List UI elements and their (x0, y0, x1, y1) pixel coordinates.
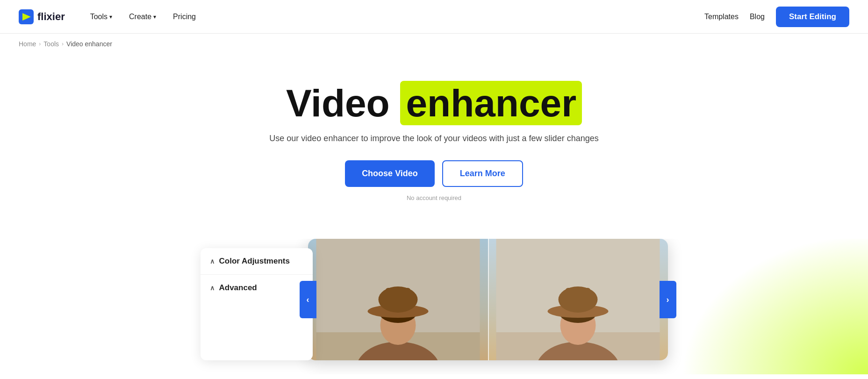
nav-tools[interactable]: Tools ▾ (84, 9, 119, 25)
hero-title: Video enhancer (19, 82, 849, 124)
nav-pricing[interactable]: Pricing (166, 9, 202, 25)
color-adjustments-label: Color Adjustments (219, 257, 290, 266)
nav-right: Templates Blog Start Editing (704, 7, 849, 27)
chevron-down-icon: ▾ (153, 14, 156, 20)
logo-icon (19, 9, 34, 24)
hero-title-part1: Video (286, 82, 401, 124)
logo-text: flixier (37, 11, 65, 23)
video-arrow-right[interactable]: › (660, 281, 676, 318)
breadcrumb-sep-1: › (39, 41, 41, 47)
hero-subtitle: Use our video enhancer to improve the lo… (19, 134, 849, 143)
arrow-left-icon: ‹ (307, 295, 309, 305)
start-editing-button[interactable]: Start Editing (776, 7, 849, 27)
video-arrow-left[interactable]: ‹ (300, 281, 316, 318)
preview-section: ∧ Color Adjustments ∧ Advanced ‹ (0, 239, 868, 374)
svg-rect-19 (565, 288, 590, 297)
hero-title-highlight: enhancer (400, 81, 582, 125)
logo[interactable]: flixier (19, 9, 65, 24)
video-left-half (308, 239, 488, 360)
glow-effect (681, 239, 868, 374)
video-preview-inner (308, 239, 668, 360)
hero-section: Video enhancer Use our video enhancer to… (0, 54, 868, 220)
color-adjustments-item[interactable]: ∧ Color Adjustments (201, 248, 313, 275)
learn-more-button[interactable]: Learn More (442, 160, 523, 187)
breadcrumb-tools[interactable]: Tools (43, 40, 59, 48)
nav-create[interactable]: Create ▾ (122, 9, 163, 25)
advanced-label: Advanced (219, 283, 257, 293)
nav-templates[interactable]: Templates (704, 13, 739, 21)
split-divider (488, 239, 489, 360)
video-right-half (488, 239, 668, 360)
nav-links: Tools ▾ Create ▾ Pricing (84, 9, 704, 25)
no-account-text: No account required (19, 194, 849, 201)
chevron-up-icon: ∧ (210, 257, 215, 265)
breadcrumb-home[interactable]: Home (19, 40, 36, 48)
chevron-down-icon: ▾ (109, 14, 112, 20)
preview-container: ∧ Color Adjustments ∧ Advanced ‹ (201, 239, 668, 360)
advanced-item[interactable]: ∧ Advanced (201, 275, 313, 301)
hero-buttons: Choose Video Learn More (19, 160, 849, 187)
video-preview: ‹ (308, 239, 668, 360)
breadcrumb-sep-2: › (62, 41, 64, 47)
choose-video-button[interactable]: Choose Video (345, 160, 435, 187)
nav-blog[interactable]: Blog (750, 13, 765, 21)
svg-rect-10 (385, 288, 410, 297)
arrow-right-icon: › (667, 295, 669, 305)
chevron-up-icon-2: ∧ (210, 284, 215, 292)
breadcrumb-current: Video enhancer (66, 40, 112, 48)
breadcrumb: Home › Tools › Video enhancer (0, 34, 868, 54)
navbar: flixier Tools ▾ Create ▾ Pricing Templat… (0, 0, 868, 34)
sidebar-panel: ∧ Color Adjustments ∧ Advanced (201, 248, 313, 360)
